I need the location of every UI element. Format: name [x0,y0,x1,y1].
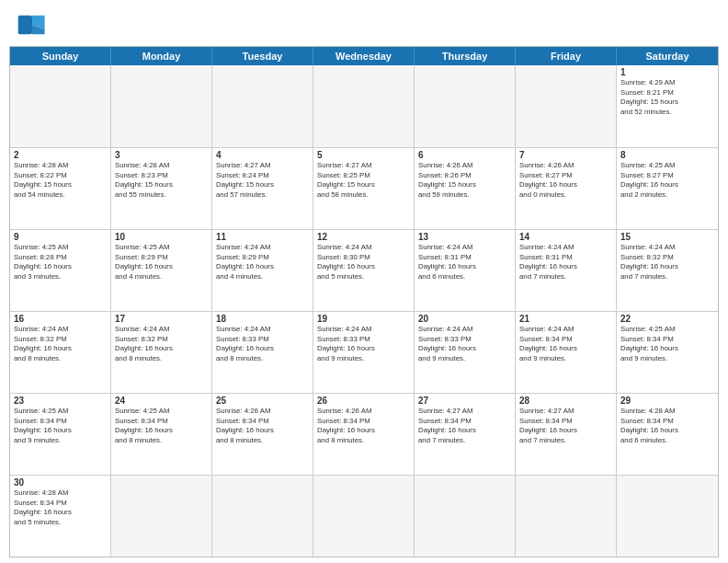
day-number: 13 [418,232,511,242]
day-cell-15: 15Sunrise: 4:24 AMSunset: 8:32 PMDayligh… [617,230,718,311]
day-number: 20 [418,314,511,324]
day-info: Sunrise: 4:24 AMSunset: 8:33 PMDaylight:… [418,325,511,363]
day-cell-22: 22Sunrise: 4:25 AMSunset: 8:34 PMDayligh… [617,312,718,393]
day-number: 14 [519,232,612,242]
day-cell-9: 9Sunrise: 4:25 AMSunset: 8:28 PMDaylight… [10,230,111,311]
day-info: Sunrise: 4:28 AMSunset: 8:22 PMDaylight:… [14,161,107,200]
day-number: 27 [418,396,511,406]
day-number: 1 [620,67,714,77]
day-cell-25: 25Sunrise: 4:26 AMSunset: 8:34 PMDayligh… [212,394,313,475]
empty-cell [111,65,212,147]
day-number: 30 [14,477,107,488]
day-info: Sunrise: 4:25 AMSunset: 8:34 PMDaylight:… [115,407,208,445]
day-info: Sunrise: 4:26 AMSunset: 8:34 PMDaylight:… [317,407,410,445]
day-of-week-monday: Monday [111,47,212,65]
day-number: 2 [14,150,107,160]
day-of-week-tuesday: Tuesday [212,47,313,65]
day-cell-17: 17Sunrise: 4:24 AMSunset: 8:32 PMDayligh… [111,312,212,393]
empty-cell [10,65,111,147]
day-number: 19 [317,314,410,324]
day-cell-26: 26Sunrise: 4:26 AMSunset: 8:34 PMDayligh… [313,394,415,475]
day-info: Sunrise: 4:26 AMSunset: 8:27 PMDaylight:… [519,161,612,200]
header [0,0,728,46]
day-number: 17 [115,314,208,324]
logo [17,9,53,40]
day-cell-4: 4Sunrise: 4:27 AMSunset: 8:24 PMDaylight… [212,148,313,229]
day-cell-13: 13Sunrise: 4:24 AMSunset: 8:31 PMDayligh… [415,230,516,311]
day-of-week-saturday: Saturday [617,47,718,65]
day-info: Sunrise: 4:27 AMSunset: 8:34 PMDaylight:… [418,407,511,445]
page: SundayMondayTuesdayWednesdayThursdayFrid… [0,0,728,563]
day-number: 10 [115,232,208,242]
day-cell-23: 23Sunrise: 4:25 AMSunset: 8:34 PMDayligh… [10,394,111,475]
day-cell-7: 7Sunrise: 4:26 AMSunset: 8:27 PMDaylight… [516,148,617,229]
day-number: 3 [115,150,208,160]
day-of-week-thursday: Thursday [415,47,516,65]
day-number: 21 [519,314,612,324]
day-info: Sunrise: 4:25 AMSunset: 8:27 PMDaylight:… [620,161,714,200]
day-info: Sunrise: 4:24 AMSunset: 8:32 PMDaylight:… [620,243,714,282]
day-cell-14: 14Sunrise: 4:24 AMSunset: 8:31 PMDayligh… [516,230,617,311]
day-info: Sunrise: 4:25 AMSunset: 8:28 PMDaylight:… [14,243,107,282]
day-number: 29 [620,396,714,406]
empty-cell [415,65,516,147]
day-of-week-sunday: Sunday [10,47,111,65]
day-cell-6: 6Sunrise: 4:26 AMSunset: 8:26 PMDaylight… [415,148,516,229]
day-number: 8 [620,150,714,160]
empty-cell [617,476,718,557]
calendar-header: SundayMondayTuesdayWednesdayThursdayFrid… [10,47,718,65]
day-number: 26 [317,396,410,406]
empty-cell [415,476,516,557]
day-cell-10: 10Sunrise: 4:25 AMSunset: 8:29 PMDayligh… [111,230,212,311]
day-number: 6 [418,150,511,160]
day-number: 7 [519,150,612,160]
day-info: Sunrise: 4:24 AMSunset: 8:31 PMDaylight:… [519,243,612,282]
day-info: Sunrise: 4:27 AMSunset: 8:25 PMDaylight:… [317,161,410,200]
calendar-row-4: 23Sunrise: 4:25 AMSunset: 8:34 PMDayligh… [10,393,718,475]
day-cell-3: 3Sunrise: 4:28 AMSunset: 8:23 PMDaylight… [111,148,212,229]
day-info: Sunrise: 4:25 AMSunset: 8:34 PMDaylight:… [14,407,107,445]
day-cell-5: 5Sunrise: 4:27 AMSunset: 8:25 PMDaylight… [313,148,415,229]
empty-cell [313,65,415,147]
logo-icon [17,9,48,40]
day-info: Sunrise: 4:24 AMSunset: 8:32 PMDaylight:… [115,325,208,363]
day-info: Sunrise: 4:24 AMSunset: 8:29 PMDaylight:… [216,243,309,282]
day-number: 18 [216,314,309,324]
day-info: Sunrise: 4:26 AMSunset: 8:26 PMDaylight:… [418,161,511,200]
calendar-row-5: 30Sunrise: 4:28 AMSunset: 8:34 PMDayligh… [10,475,718,557]
day-cell-24: 24Sunrise: 4:25 AMSunset: 8:34 PMDayligh… [111,394,212,475]
day-number: 16 [14,314,107,324]
day-cell-21: 21Sunrise: 4:24 AMSunset: 8:34 PMDayligh… [516,312,617,393]
day-number: 25 [216,396,309,406]
day-cell-2: 2Sunrise: 4:28 AMSunset: 8:22 PMDaylight… [10,148,111,229]
day-cell-18: 18Sunrise: 4:24 AMSunset: 8:33 PMDayligh… [212,312,313,393]
day-info: Sunrise: 4:25 AMSunset: 8:34 PMDaylight:… [620,325,714,363]
calendar-row-1: 2Sunrise: 4:28 AMSunset: 8:22 PMDaylight… [10,147,718,229]
day-info: Sunrise: 4:28 AMSunset: 8:34 PMDaylight:… [14,488,107,527]
day-of-week-friday: Friday [516,47,617,65]
empty-cell [212,476,313,557]
day-cell-30: 30Sunrise: 4:28 AMSunset: 8:34 PMDayligh… [10,476,111,557]
day-info: Sunrise: 4:24 AMSunset: 8:32 PMDaylight:… [14,325,107,363]
day-number: 5 [317,150,410,160]
day-info: Sunrise: 4:24 AMSunset: 8:30 PMDaylight:… [317,243,410,282]
day-info: Sunrise: 4:27 AMSunset: 8:24 PMDaylight:… [216,161,309,200]
day-cell-16: 16Sunrise: 4:24 AMSunset: 8:32 PMDayligh… [10,312,111,393]
empty-cell [111,476,212,557]
day-info: Sunrise: 4:28 AMSunset: 8:23 PMDaylight:… [115,161,208,200]
day-of-week-wednesday: Wednesday [313,47,415,65]
empty-cell [516,476,617,557]
calendar: SundayMondayTuesdayWednesdayThursdayFrid… [9,46,719,557]
day-info: Sunrise: 4:29 AMSunset: 8:21 PMDaylight:… [620,78,714,117]
calendar-body: 1Sunrise: 4:29 AMSunset: 8:21 PMDaylight… [10,65,718,557]
calendar-row-3: 16Sunrise: 4:24 AMSunset: 8:32 PMDayligh… [10,311,718,393]
calendar-row-0: 1Sunrise: 4:29 AMSunset: 8:21 PMDaylight… [10,65,718,147]
day-number: 11 [216,232,309,242]
day-info: Sunrise: 4:24 AMSunset: 8:33 PMDaylight:… [216,325,309,363]
day-info: Sunrise: 4:24 AMSunset: 8:31 PMDaylight:… [418,243,511,282]
calendar-row-2: 9Sunrise: 4:25 AMSunset: 8:28 PMDaylight… [10,229,718,311]
day-cell-1: 1Sunrise: 4:29 AMSunset: 8:21 PMDaylight… [617,65,718,147]
day-cell-19: 19Sunrise: 4:24 AMSunset: 8:33 PMDayligh… [313,312,415,393]
day-number: 9 [14,232,107,242]
day-number: 4 [216,150,309,160]
